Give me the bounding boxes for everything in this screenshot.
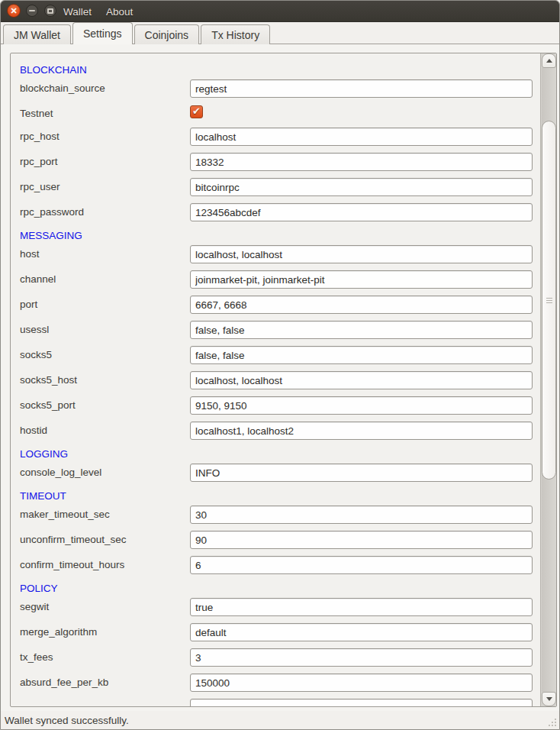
tab-jm-wallet[interactable]: JM Wallet xyxy=(3,24,71,44)
field-label: socks5_host xyxy=(20,371,77,389)
settings-row: confirm_timeout_hours xyxy=(11,556,540,581)
arrow-down-icon xyxy=(546,697,552,701)
tab-settings[interactable]: Settings xyxy=(72,22,133,44)
app-window: ✕ Wallet About JM WalletSettingsCoinjoin… xyxy=(0,0,560,730)
menu-wallet[interactable]: Wallet xyxy=(62,6,93,18)
settings-row: blockchain_source xyxy=(11,79,540,105)
settings-scroll-area: BLOCKCHAINblockchain_sourceTestnet✔rpc_h… xyxy=(10,53,557,707)
settings-row: rpc_host xyxy=(11,128,540,153)
settings-row: segwit xyxy=(11,598,540,623)
titlebar: ✕ Wallet About xyxy=(1,1,559,22)
field-label: channel xyxy=(20,270,56,289)
tab-label: Coinjoins xyxy=(145,29,189,41)
field-label: unconfirm_timeout_sec xyxy=(20,531,127,549)
maker-timeout-sec-input[interactable] xyxy=(190,506,533,524)
field-label: rpc_user xyxy=(20,178,60,196)
tx-fees-input[interactable] xyxy=(190,648,533,667)
vertical-scrollbar[interactable] xyxy=(540,53,556,706)
port-input[interactable] xyxy=(190,296,533,314)
field-label: rpc_password xyxy=(20,203,84,221)
tab-tx-history[interactable]: Tx History xyxy=(201,24,270,44)
close-icon: ✕ xyxy=(10,7,17,15)
socks5-port-input[interactable] xyxy=(190,396,533,415)
settings-row: rpc_port xyxy=(11,153,540,178)
resize-grip-icon[interactable] xyxy=(555,725,556,726)
socks5-input[interactable] xyxy=(190,346,533,364)
scrollbar-track[interactable] xyxy=(542,68,556,692)
minimize-button[interactable] xyxy=(26,5,38,17)
scrollbar-thumb[interactable] xyxy=(542,121,556,480)
menu-about[interactable]: About xyxy=(105,6,134,18)
field-label: rpc_host xyxy=(20,128,60,146)
tab-label: Tx History xyxy=(211,29,259,41)
field-label: maker_timeout_sec xyxy=(20,506,110,524)
settings-row: rpc_password xyxy=(11,203,540,228)
field-label: segwit xyxy=(20,598,49,616)
settings-row: console_log_level xyxy=(11,464,540,489)
field-label: socks5_port xyxy=(20,396,76,415)
rpc-password-input[interactable] xyxy=(190,203,533,221)
maximize-button[interactable] xyxy=(44,5,56,17)
console-log-level-input[interactable] xyxy=(190,464,533,482)
settings-row: unconfirm_timeout_sec xyxy=(11,531,540,556)
socks5-host-input[interactable] xyxy=(190,371,533,389)
minimize-icon xyxy=(29,10,35,11)
field-label: port xyxy=(20,296,37,314)
settings-form: BLOCKCHAINblockchain_sourceTestnet✔rpc_h… xyxy=(11,53,540,706)
hostid-input[interactable] xyxy=(190,422,533,440)
check-icon: ✔ xyxy=(192,106,201,116)
status-text: Wallet synced successfully. xyxy=(5,715,129,726)
grip-icon xyxy=(546,300,552,301)
field-label: confirm_timeout_hours xyxy=(20,556,124,574)
field-label: rpc_port xyxy=(20,153,58,171)
field-label: tx_fees xyxy=(20,648,53,667)
section-header-policy: POLICY xyxy=(11,581,540,598)
usessl-input[interactable] xyxy=(190,321,533,339)
field-label: usessl xyxy=(20,321,49,339)
close-button[interactable]: ✕ xyxy=(7,4,21,18)
scrollbar-down-button[interactable] xyxy=(542,692,556,706)
field-label: Testnet xyxy=(20,105,53,123)
field-label: host xyxy=(20,245,40,263)
tab-label: Settings xyxy=(83,27,122,40)
field-input[interactable] xyxy=(190,699,533,706)
section-header-blockchain: BLOCKCHAIN xyxy=(11,63,540,79)
segwit-input[interactable] xyxy=(190,598,533,616)
rpc-host-input[interactable] xyxy=(190,128,533,146)
field-label: merge_algorithm xyxy=(20,623,97,641)
settings-row xyxy=(11,699,540,706)
scrollbar-up-button[interactable] xyxy=(542,53,556,68)
tab-bar: JM WalletSettingsCoinjoinsTx History xyxy=(3,22,272,44)
settings-row: channel xyxy=(11,270,540,296)
field-label: console_log_level xyxy=(20,464,101,482)
testnet-checkbox[interactable]: ✔ xyxy=(190,105,203,118)
absurd-fee-per-kb-input[interactable] xyxy=(190,673,533,692)
channel-input[interactable] xyxy=(190,270,533,289)
rpc-user-input[interactable] xyxy=(190,178,533,196)
settings-row: hostid xyxy=(11,422,540,447)
settings-row: tx_fees xyxy=(11,648,540,673)
menubar: Wallet About xyxy=(62,1,134,22)
field-label: socks5 xyxy=(20,346,52,364)
rpc-port-input[interactable] xyxy=(190,153,533,171)
blockchain-source-input[interactable] xyxy=(190,79,533,98)
host-input[interactable] xyxy=(190,245,533,263)
confirm-timeout-hours-input[interactable] xyxy=(190,556,533,574)
settings-row: socks5 xyxy=(11,346,540,371)
maximize-icon xyxy=(47,8,53,14)
section-header-messaging: MESSAGING xyxy=(11,228,540,245)
tab-coinjoins[interactable]: Coinjoins xyxy=(134,24,200,44)
section-header-timeout: TIMEOUT xyxy=(11,489,540,506)
settings-row: socks5_host xyxy=(11,371,540,396)
settings-row: Testnet✔ xyxy=(11,105,540,128)
tab-label: JM Wallet xyxy=(14,29,60,41)
settings-row: usessl xyxy=(11,321,540,346)
unconfirm-timeout-sec-input[interactable] xyxy=(190,531,533,549)
field-label: blockchain_source xyxy=(20,79,105,98)
section-header-logging: LOGGING xyxy=(11,447,540,464)
field-label: hostid xyxy=(20,422,47,440)
settings-row: absurd_fee_per_kb xyxy=(11,673,540,699)
settings-row: socks5_port xyxy=(11,396,540,422)
merge-algorithm-input[interactable] xyxy=(190,623,533,641)
arrow-up-icon xyxy=(546,59,552,63)
